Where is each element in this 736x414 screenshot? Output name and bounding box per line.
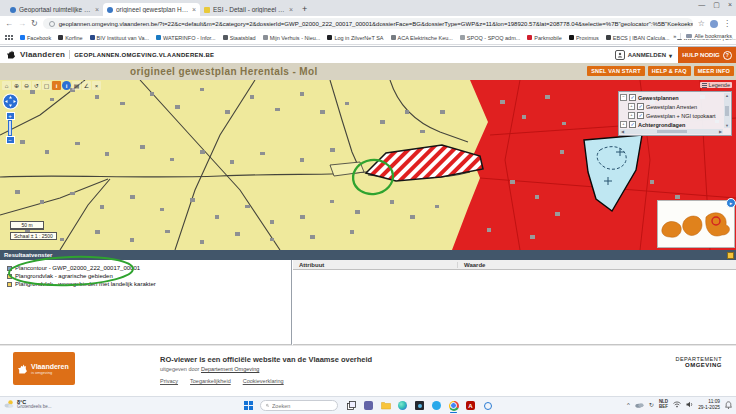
sync-icon[interactable]: ↻: [649, 401, 654, 408]
identify-tool-icon[interactable]: i: [52, 81, 61, 90]
chevron-up-icon[interactable]: ^: [627, 402, 630, 408]
zoom-slider[interactable]: + −: [5, 112, 15, 144]
back-icon[interactable]: ←: [5, 20, 13, 28]
clock[interactable]: 11:09 29-1-2025: [698, 399, 720, 410]
wifi-icon[interactable]: [673, 401, 681, 408]
minimize-icon[interactable]: —: [698, 1, 705, 9]
site-info-icon[interactable]: [49, 21, 55, 27]
zoom-track[interactable]: [8, 120, 12, 136]
help-faq-button[interactable]: HELP & FAQ: [648, 66, 691, 76]
bookmark-star-icon[interactable]: ☆: [698, 20, 705, 28]
browser-menu-icon[interactable]: ⋮: [723, 20, 731, 28]
all-bookmarks-button[interactable]: Alle bookmarks: [680, 33, 732, 39]
zoom-extent-icon[interactable]: ⌂: [2, 81, 11, 90]
photos-icon[interactable]: [414, 400, 425, 411]
clear-selection-icon[interactable]: ×: [92, 81, 101, 90]
login-button[interactable]: AANMELDEN ▾: [615, 50, 672, 60]
ring-app-icon[interactable]: [482, 400, 493, 411]
edge-icon[interactable]: [397, 400, 408, 411]
notification-bell-icon[interactable]: [725, 401, 732, 409]
help-needed-button[interactable]: HULP NODIG ?: [678, 47, 736, 63]
task-view-icon[interactable]: [346, 400, 357, 411]
bookmark-item[interactable]: Log in ZilverNeT SA: [327, 35, 383, 41]
overview-inset-map[interactable]: ▸: [657, 200, 735, 248]
legend-hscrollbar[interactable]: ◀▶: [620, 129, 723, 134]
profile-avatar[interactable]: [710, 20, 718, 28]
people-icon[interactable]: [431, 400, 442, 411]
tab-esi-detail[interactable]: ESI - Detail - origineel gewest... ×: [200, 3, 297, 16]
tab-close-icon[interactable]: ×: [95, 6, 99, 13]
legend-vscrollbar[interactable]: ▲▼: [724, 93, 730, 128]
print-icon[interactable]: ▤: [72, 81, 81, 90]
reload-icon[interactable]: ↻: [31, 20, 38, 28]
checkbox-checked[interactable]: ✓: [637, 112, 644, 119]
zoom-previous-icon[interactable]: ↺: [32, 81, 41, 90]
snel-van-start-button[interactable]: SNEL VAN START: [587, 66, 645, 76]
zoom-out-icon[interactable]: ⊖: [22, 81, 31, 90]
expander-icon[interactable]: +: [620, 121, 627, 128]
expander-icon[interactable]: +: [628, 103, 635, 110]
info-icon[interactable]: i: [62, 81, 71, 90]
start-button[interactable]: [244, 401, 253, 410]
expander-icon[interactable]: −: [620, 94, 627, 101]
forward-icon[interactable]: →: [18, 20, 26, 28]
panel-collapse-button[interactable]: [727, 252, 734, 259]
column-attribuut[interactable]: Attribuut: [293, 262, 458, 268]
results-header[interactable]: Resultaatvenster: [0, 250, 736, 260]
zoom-in-button[interactable]: +: [6, 112, 15, 120]
measure-icon[interactable]: ∠: [82, 81, 91, 90]
taskbar-search[interactable]: [260, 400, 338, 411]
cookieverklaring-link[interactable]: Cookieverklaring: [243, 378, 284, 384]
pan-control[interactable]: [2, 93, 19, 114]
bookmark-item[interactable]: Mijn Verhuis - Nieu...: [263, 35, 321, 41]
tab-close-icon[interactable]: ×: [192, 6, 196, 13]
departement-omgeving-link[interactable]: Departement Omgeving: [201, 366, 259, 372]
tab-gewestplan[interactable]: origineel gewestplan Herental... ×: [103, 3, 200, 16]
result-item-agrarisch[interactable]: Plangrondvlak - agrarische gebieden: [0, 272, 291, 280]
meer-info-button[interactable]: MEER INFO: [694, 66, 734, 76]
tab-geoportaal[interactable]: Geoportaal ruimtelijke planne... ×: [6, 3, 103, 16]
bookmark-item[interactable]: ACA Elektrische Keu...: [391, 35, 453, 41]
legend-item-gewestplan-arresten[interactable]: + ✓ Gewestplan Arresten: [620, 102, 723, 111]
onedrive-icon[interactable]: [635, 402, 644, 408]
apps-grid-icon[interactable]: [5, 35, 13, 40]
url-bar[interactable]: geoplannen.omgeving.vlaanderen.be/?t=22&…: [43, 18, 693, 29]
legend-item-gewestplan-ngi[interactable]: + ✓ Gewestplan + NGI topokaart: [620, 111, 723, 120]
vlaanderen-logo[interactable]: Vlaanderen is omgeving: [13, 352, 75, 385]
search-input[interactable]: [272, 403, 332, 409]
checkbox-checked[interactable]: ✓: [629, 94, 636, 101]
legend-item-achtergrondlagen[interactable]: + ✓ Achtergrondlagen: [620, 120, 723, 128]
column-waarde[interactable]: Waarde: [458, 262, 736, 268]
legend-item-gewestplannen[interactable]: − ✓ Gewestplannen: [620, 93, 723, 102]
teams-icon[interactable]: [363, 400, 374, 411]
volume-icon[interactable]: [686, 401, 693, 408]
weather-widget[interactable]: 8°C Grotendeels be...: [4, 399, 52, 410]
checkbox-checked[interactable]: ✓: [637, 103, 644, 110]
privacy-link[interactable]: Privacy: [160, 378, 178, 384]
bookmark-item[interactable]: WATERINFO - Infor...: [156, 35, 216, 41]
language-indicator[interactable]: NLD BEF: [659, 400, 668, 410]
bookmark-item[interactable]: BIV Instituut van Va...: [90, 35, 149, 41]
close-icon[interactable]: ×: [728, 1, 732, 9]
inset-nav-button[interactable]: ▸: [726, 198, 736, 208]
legend-toggle[interactable]: Legende: [700, 82, 732, 88]
map-viewport[interactable]: ⌂ ⊕ ⊖ ↺ ▢ i i ▤ ∠ × + −: [0, 80, 736, 250]
zoom-out-button[interactable]: −: [6, 136, 15, 144]
result-item-woongebied[interactable]: Plangrondvlak - woongebieden met landeli…: [0, 280, 291, 288]
bookmark-item[interactable]: EBCS | IBAN Calcula...: [606, 35, 670, 41]
bookmarks-overflow-icon[interactable]: »: [673, 33, 676, 39]
zoom-window-icon[interactable]: ▢: [42, 81, 51, 90]
zoom-in-icon[interactable]: ⊕: [12, 81, 21, 90]
result-item-plancontour[interactable]: Plancontour - GWP_02000_222_00017_00001: [0, 264, 291, 272]
acrobat-icon[interactable]: A: [465, 400, 476, 411]
file-explorer-icon[interactable]: [380, 400, 391, 411]
bookmark-item[interactable]: Proximus: [569, 35, 599, 41]
new-tab-button[interactable]: +: [302, 4, 307, 14]
chrome-icon[interactable]: [448, 400, 459, 411]
legend-panel[interactable]: − ✓ Gewestplannen + ✓ Gewestplan Arreste…: [618, 91, 732, 136]
tab-close-icon[interactable]: ×: [289, 6, 293, 13]
checkbox-checked[interactable]: ✓: [629, 121, 636, 128]
toegankelijkheid-link[interactable]: Toegankelijkheid: [190, 378, 231, 384]
bookmark-item[interactable]: SPOQ - SPOQ adm...: [460, 35, 521, 41]
bookmark-item[interactable]: Facebook: [20, 35, 51, 41]
